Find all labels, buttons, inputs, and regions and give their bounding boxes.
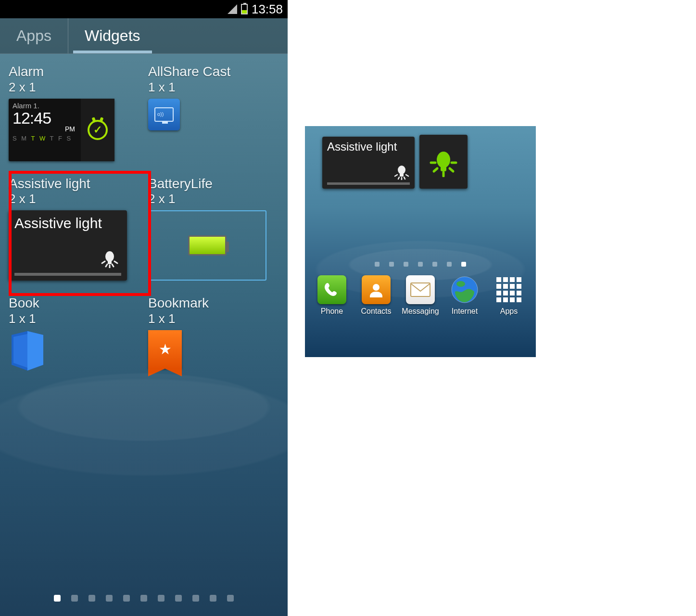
allshare-preview: o)) bbox=[148, 99, 180, 130]
book-icon bbox=[9, 330, 46, 373]
tab-widgets[interactable]: Widgets bbox=[68, 18, 157, 53]
svg-line-22 bbox=[450, 168, 453, 171]
svg-marker-8 bbox=[27, 331, 43, 371]
alarm-preview: Alarm 1. 12:45 PM S M T W T F S bbox=[9, 99, 114, 161]
page-dot[interactable] bbox=[418, 262, 423, 267]
cast-monitor-icon: o)) bbox=[154, 107, 174, 122]
page-dot[interactable] bbox=[389, 262, 394, 267]
apps-icon bbox=[494, 275, 523, 304]
home-widgets-row: Assistive light bbox=[305, 126, 536, 189]
bookmark-preview: ★ bbox=[148, 330, 182, 373]
page-dot[interactable] bbox=[227, 595, 234, 602]
bulb-on-icon bbox=[428, 146, 459, 177]
widget-book[interactable]: Book 1 x 1 bbox=[9, 295, 139, 373]
widget-allshare-cast[interactable]: AllShare Cast 1 x 1 o)) bbox=[148, 64, 279, 161]
page-dot[interactable] bbox=[54, 595, 61, 602]
dock-contacts[interactable]: Contacts bbox=[356, 275, 396, 316]
svg-line-13 bbox=[406, 175, 408, 176]
page-dot[interactable] bbox=[106, 595, 113, 602]
widget-batterylife[interactable]: BatteryLife 2 x 1 bbox=[148, 176, 279, 281]
alarm-days: S M T W T F S bbox=[13, 135, 77, 142]
dock-label: Internet bbox=[452, 307, 478, 316]
widget-bookmark[interactable]: Bookmark 1 x 1 ★ bbox=[148, 295, 279, 373]
home-widget-flashlight-toggle[interactable] bbox=[419, 135, 468, 189]
widget-alarm[interactable]: Alarm 2 x 1 Alarm 1. 12:45 PM S M T W T bbox=[9, 64, 139, 161]
widget-size: 2 x 1 bbox=[9, 80, 139, 95]
page-dot[interactable] bbox=[123, 595, 130, 602]
widget-label: AllShare Cast bbox=[148, 64, 279, 80]
book-preview bbox=[9, 330, 46, 373]
contacts-icon bbox=[362, 275, 391, 304]
svg-rect-18 bbox=[441, 167, 446, 171]
dock: Phone Contacts Messaging Internet bbox=[305, 267, 536, 322]
home-widget-assistive-light[interactable]: Assistive light bbox=[322, 137, 415, 189]
dock-label: Contacts bbox=[361, 307, 391, 316]
dock-label: Messaging bbox=[402, 307, 439, 316]
dock-apps[interactable]: Apps bbox=[489, 275, 529, 316]
page-dot[interactable] bbox=[210, 595, 216, 602]
assistive-slider[interactable] bbox=[327, 182, 410, 185]
page-dot[interactable] bbox=[375, 262, 380, 267]
home-screen: Assistive light bbox=[305, 126, 536, 357]
widget-label: Book bbox=[9, 295, 139, 311]
svg-rect-25 bbox=[411, 283, 430, 296]
messaging-icon bbox=[406, 275, 435, 304]
status-bar: 13:58 bbox=[0, 0, 288, 18]
svg-line-21 bbox=[434, 168, 437, 171]
page-dot[interactable] bbox=[175, 595, 182, 602]
drawer-tabs: Apps Widgets bbox=[0, 18, 288, 54]
dock-messaging[interactable]: Messaging bbox=[401, 275, 440, 316]
svg-line-15 bbox=[404, 177, 405, 179]
svg-rect-11 bbox=[400, 173, 404, 177]
widget-label: BatteryLife bbox=[148, 176, 279, 192]
battery-graphic-icon bbox=[188, 235, 227, 256]
highlight-annotation bbox=[9, 171, 151, 296]
page-dot[interactable] bbox=[140, 595, 147, 602]
dock-label: Apps bbox=[500, 307, 518, 316]
svg-point-17 bbox=[437, 152, 450, 168]
widget-size: 1 x 1 bbox=[148, 80, 279, 95]
phone-icon bbox=[317, 275, 346, 304]
dock-internet[interactable]: Internet bbox=[445, 275, 484, 316]
svg-line-12 bbox=[395, 175, 397, 176]
widgets-grid: Alarm 2 x 1 Alarm 1. 12:45 PM S M T W T bbox=[0, 54, 288, 373]
alarm-clock-icon: ✓ bbox=[88, 120, 108, 140]
page-dot[interactable] bbox=[404, 262, 408, 267]
widgets-screen: 13:58 Apps Widgets Alarm 2 x 1 Alarm 1. … bbox=[0, 0, 288, 616]
widget-assistive-light[interactable]: Assistive light 2 x 1 Assistive light bbox=[9, 176, 139, 281]
page-dot[interactable] bbox=[71, 595, 78, 602]
drawer-page-indicator[interactable] bbox=[0, 585, 288, 616]
widget-label: Bookmark bbox=[148, 295, 279, 311]
batterylife-preview bbox=[148, 210, 266, 281]
page-dot[interactable] bbox=[192, 595, 199, 602]
bookmark-icon: ★ bbox=[148, 330, 182, 369]
page-dot[interactable] bbox=[461, 262, 466, 267]
svg-point-27 bbox=[456, 281, 465, 287]
svg-point-10 bbox=[398, 166, 405, 174]
dock-label: Phone bbox=[321, 307, 343, 316]
tab-apps[interactable]: Apps bbox=[0, 18, 68, 53]
widget-size: 1 x 1 bbox=[9, 311, 139, 326]
home-page-indicator[interactable] bbox=[305, 262, 536, 267]
svg-line-14 bbox=[398, 177, 399, 179]
signal-icon bbox=[228, 4, 237, 14]
widget-label: Alarm bbox=[9, 64, 139, 80]
widget-size: 2 x 1 bbox=[148, 192, 279, 206]
page-dot[interactable] bbox=[447, 262, 452, 267]
star-icon: ★ bbox=[159, 341, 172, 358]
assistive-widget-text: Assistive light bbox=[327, 141, 410, 153]
svg-marker-9 bbox=[13, 334, 27, 368]
page-dot[interactable] bbox=[432, 262, 437, 267]
page-dot[interactable] bbox=[89, 595, 95, 602]
bulb-icon bbox=[393, 164, 410, 180]
internet-icon bbox=[450, 275, 479, 304]
battery-icon bbox=[241, 4, 248, 14]
dock-phone[interactable]: Phone bbox=[312, 275, 352, 316]
widget-size: 1 x 1 bbox=[148, 311, 279, 326]
svg-point-24 bbox=[373, 284, 380, 291]
page-dot[interactable] bbox=[158, 595, 165, 602]
status-time: 13:58 bbox=[252, 2, 283, 17]
alarm-time: 12:45 bbox=[13, 110, 77, 126]
